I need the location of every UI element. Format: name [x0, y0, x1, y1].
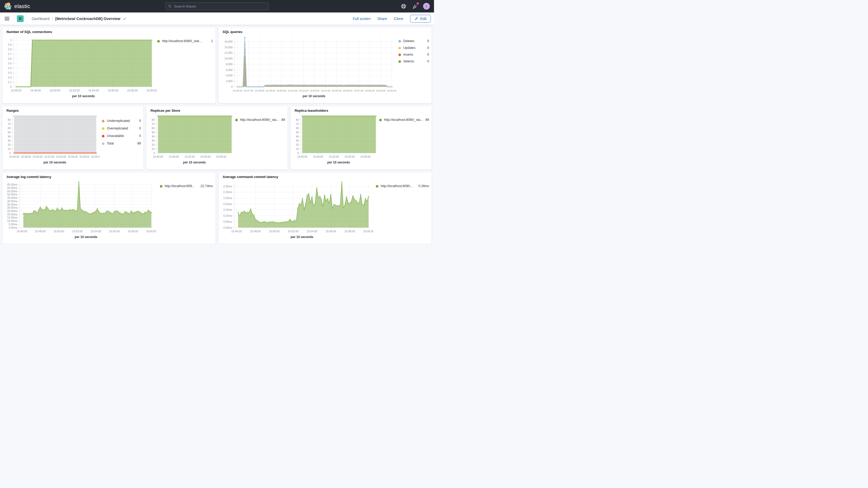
- svg-text:15:52:00: 15:52:00: [69, 89, 80, 92]
- svg-text:15:47:00: 15:47:00: [244, 89, 253, 92]
- legend-item[interactable]: Underreplicated0: [102, 119, 141, 123]
- svg-text:40: 40: [8, 135, 11, 138]
- legend-label: http://localhost:8080/_sta...: [384, 118, 423, 122]
- legend-dot: [398, 47, 401, 49]
- svg-text:15:58:00: 15:58:00: [127, 89, 138, 92]
- legend-dot: [102, 127, 104, 130]
- page-title: [Metricbeat CockroachDB] Overview: [55, 17, 120, 21]
- edit-button[interactable]: Edit: [410, 15, 431, 23]
- avatar[interactable]: r: [423, 3, 430, 10]
- chart-canvas[interactable]: 15:46:0015:49:0015:52:0015:55:0015:58:00…: [292, 113, 379, 169]
- dashboard-app-badge[interactable]: D: [17, 15, 24, 22]
- svg-text:15:54:00: 15:54:00: [90, 230, 101, 233]
- chart-canvas[interactable]: 15:46:0015:48:0015:50:0015:52:0015:54:00…: [221, 179, 376, 243]
- svg-text:15:48:00: 15:48:00: [254, 89, 264, 92]
- svg-text:15:49:00: 15:49:00: [266, 89, 275, 92]
- global-search[interactable]: [165, 2, 269, 10]
- clone-button[interactable]: Clone: [394, 17, 403, 21]
- svg-text:60: 60: [296, 127, 299, 130]
- menu-button[interactable]: [3, 14, 11, 23]
- svg-text:15:54:00: 15:54:00: [56, 155, 66, 158]
- chart-canvas[interactable]: 15:46:0015:48:0015:50:0015:52:0015:54:00…: [4, 34, 157, 103]
- svg-text:15:46:00: 15:46:00: [232, 89, 242, 92]
- legend-item[interactable]: Total89: [102, 141, 141, 146]
- svg-text:80: 80: [152, 119, 155, 121]
- svg-text:15:50:00: 15:50:00: [32, 155, 42, 158]
- svg-text:15:48:00: 15:48:00: [35, 230, 46, 233]
- legend-item[interactable]: http://localhost:8080/_stat...1: [157, 39, 213, 43]
- share-button[interactable]: Share: [377, 17, 387, 21]
- panel-title: Replica leaseholders: [292, 108, 429, 113]
- svg-text:15:48:00: 15:48:00: [250, 230, 261, 233]
- svg-text:15:58:00: 15:58:00: [79, 155, 89, 158]
- svg-text:0.1: 0.1: [8, 81, 12, 84]
- svg-text:15:54:00: 15:54:00: [321, 89, 330, 92]
- legend-item[interactable]: Selects0: [398, 59, 429, 64]
- svg-text:16,000: 16,000: [224, 40, 232, 43]
- svg-text:16:00:00: 16:00:00: [146, 230, 156, 233]
- panel-replicas-per-store: Replicas per Store 15:46:0015:49:0015:52…: [146, 106, 288, 170]
- svg-text:15:55:00: 15:55:00: [344, 155, 354, 158]
- svg-text:15.00ms: 15.00ms: [7, 216, 18, 219]
- help-button[interactable]: [401, 3, 406, 9]
- legend-item[interactable]: Overreplicated0: [102, 126, 141, 131]
- legend-value: 0: [427, 39, 429, 43]
- breadcrumb-separator: /: [52, 17, 53, 21]
- svg-text:35.00ms: 35.00ms: [7, 203, 18, 206]
- svg-text:55.00ms: 55.00ms: [7, 190, 18, 193]
- svg-text:15:52:00: 15:52:00: [72, 230, 83, 233]
- legend-item[interactable]: Unavailable0: [102, 134, 141, 138]
- chart-legend: Deletes0Updates0Inserts0Selects0: [398, 34, 429, 103]
- chart-canvas[interactable]: 15:46:0015:48:0015:50:0015:52:0015:54:00…: [4, 113, 102, 169]
- panel-sql-queries: SQL queries 15:46:0015:47:0015:48:0015:4…: [218, 27, 432, 103]
- svg-text:15:59:00: 15:59:00: [376, 89, 385, 92]
- panel-title: SQL queries: [221, 29, 429, 34]
- legend-label: Unavailable: [107, 134, 137, 138]
- chart-canvas[interactable]: 15:46:0015:47:0015:48:0015:49:0015:50:00…: [221, 34, 399, 103]
- legend-dot: [235, 119, 238, 121]
- full-screen-button[interactable]: Full screen: [353, 17, 370, 21]
- svg-text:per 10 seconds: per 10 seconds: [327, 160, 350, 164]
- svg-text:15:58:00: 15:58:00: [360, 155, 370, 158]
- chart-canvas[interactable]: 15:46:0015:48:0015:50:0015:52:0015:54:00…: [4, 179, 160, 243]
- svg-text:0.3: 0.3: [8, 71, 12, 74]
- legend-label: http://localhost:8080/_stat...: [162, 39, 209, 43]
- legend-label: Overreplicated: [107, 126, 137, 131]
- svg-text:30: 30: [296, 139, 299, 142]
- newsfeed-button[interactable]: [412, 3, 417, 9]
- svg-text:0: 0: [231, 86, 232, 88]
- svg-text:per 10 seconds: per 10 seconds: [72, 94, 95, 98]
- legend-label: http://localhost:8080/_sta...: [240, 118, 279, 122]
- legend-item[interactable]: http://localhost:8080/_sta...89: [379, 118, 429, 122]
- svg-text:15:56:00: 15:56:00: [326, 230, 336, 233]
- chart-legend: http://localhost:808...22.74ms: [160, 179, 213, 243]
- top-navigation-bar: elastic: [0, 0, 434, 12]
- svg-text:0.00ms: 0.00ms: [223, 226, 232, 229]
- legend-label: Deletes: [403, 39, 425, 43]
- search-input[interactable]: [174, 4, 266, 8]
- elastic-logo[interactable]: elastic: [4, 2, 30, 10]
- breadcrumb-dashboard-link[interactable]: Dashboard: [32, 17, 50, 21]
- legend-item[interactable]: Deletes0: [398, 39, 429, 43]
- legend-item[interactable]: http://localhost:808...22.74ms: [160, 184, 213, 188]
- chart-canvas[interactable]: 15:46:0015:49:0015:52:0015:55:0015:58:00…: [148, 113, 235, 169]
- svg-text:0.7: 0.7: [8, 53, 12, 56]
- brand-wordmark: elastic: [14, 3, 30, 9]
- svg-text:0: 0: [297, 152, 299, 155]
- svg-text:15:50:00: 15:50:00: [269, 230, 279, 233]
- svg-text:40: 40: [152, 135, 155, 138]
- legend-label: Updates: [403, 46, 425, 50]
- legend-item[interactable]: http://localhost:8080/_sta...89: [235, 118, 285, 122]
- pencil-icon: [414, 17, 418, 21]
- svg-text:per 10 seconds: per 10 seconds: [290, 235, 313, 239]
- legend-value: 89: [281, 118, 285, 122]
- legend-value: 0: [427, 59, 429, 64]
- svg-text:15:56:00: 15:56:00: [68, 155, 78, 158]
- legend-item[interactable]: Updates0: [398, 46, 429, 50]
- legend-item[interactable]: Inserts0: [398, 53, 429, 57]
- legend-item[interactable]: http://localhost:8080...0.26ms: [376, 184, 429, 188]
- legend-value: 89: [137, 141, 141, 146]
- saved-check-icon[interactable]: [123, 17, 127, 21]
- svg-text:15:49:00: 15:49:00: [169, 155, 179, 158]
- legend-dot: [376, 185, 378, 188]
